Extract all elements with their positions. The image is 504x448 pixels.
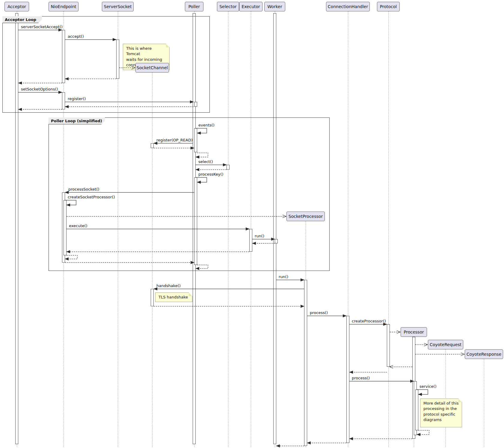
fragment-label-poller-loop: Poller Loop (simplified) [49, 117, 105, 124]
participant-serversocket: ServerSocket [102, 2, 134, 11]
lifeline-coyoteresponse [484, 359, 484, 447]
message-label-m-processKey: processKey() [198, 172, 224, 177]
message-label-m-createProcessor: createProcessor() [352, 319, 386, 323]
m-selfret-processor [417, 430, 429, 435]
participant-worker: Worker [264, 2, 285, 11]
participant-selector: Selector [217, 2, 239, 11]
message-label-m-register-opread: register(OP_READ) [156, 138, 193, 142]
message-label-m-events: events() [198, 123, 215, 127]
activation-connectionhandler [346, 316, 349, 443]
message-label-m-serverSocketAccept: serverSocketAccept() [21, 25, 63, 29]
note-tls-handshake: TLS handshake [155, 292, 192, 302]
participant-nioendpoint: NioEndpoint [49, 2, 79, 11]
activation-socketchannel [151, 289, 154, 306]
message-label-m-setSocketOptions: setSocketOptions() [21, 87, 58, 91]
message-label-m-register: register() [68, 96, 86, 101]
note-fold-shade [189, 293, 192, 296]
fragment-acceptor-loop [2, 16, 210, 113]
activation-protocol [387, 324, 390, 367]
note-fold-shade [458, 399, 462, 402]
participant-processor: Processor [401, 327, 427, 337]
participant-protocol: Protocol [377, 2, 400, 11]
participant-poller: Poller [185, 2, 203, 11]
participant-executor: Executor [239, 2, 262, 11]
lifeline-protocol [388, 11, 389, 447]
participant-socketchannel: SocketChannel [135, 63, 169, 73]
message-label-m-process: process() [310, 310, 328, 315]
message-label-m-run-worker: run() [279, 274, 288, 279]
note-more-detail: More detail of this processing in the pr… [420, 399, 462, 427]
message-label-m-execute: execute() [69, 224, 87, 228]
fragment-label-acceptor-loop: Acceptor Loop [2, 16, 42, 23]
message-label-m-processSocket: processSocket() [68, 187, 99, 191]
participant-connectionhandler: ConnectionHandler [326, 2, 370, 11]
activation-processor [415, 390, 418, 430]
participant-coyoteresponse: CoyoteResponse [465, 349, 503, 359]
activation-socketprocessor [304, 280, 307, 446]
message-label-m-handshake: handshake() [156, 283, 181, 288]
message-label-m-run-executor: run() [255, 234, 264, 238]
m-service [417, 390, 428, 394]
participant-coyoterequest: CoyoteRequest [428, 340, 463, 349]
participant-acceptor: Acceptor [4, 2, 29, 11]
message-label-m-service: service() [420, 384, 437, 389]
participant-socketprocessor: SocketProcessor [286, 212, 325, 221]
sequence-diagram: Acceptor LoopPoller Loop (simplified)Thi… [0, 0, 504, 448]
note-fold-shade [166, 44, 169, 47]
message-label-m-process2: process() [352, 376, 370, 380]
message-label-m-select: select() [198, 159, 213, 164]
message-label-m-createSocketProcessor: createSocketProcessor() [68, 195, 115, 199]
message-label-m-accept: accept() [68, 34, 84, 39]
lifeline-coyoterequest [446, 349, 446, 447]
